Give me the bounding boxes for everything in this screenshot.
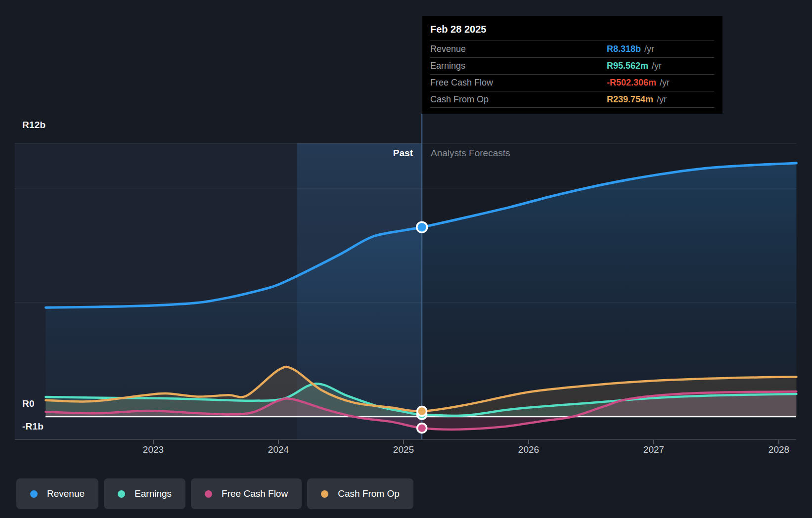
- tooltip-row-value: R239.754m/yr: [607, 94, 667, 105]
- tooltip-row-value: R95.562m/yr: [607, 61, 662, 71]
- x-axis-label: 2025: [374, 444, 433, 456]
- tooltip-row-unit: /yr: [652, 61, 662, 71]
- y-axis-label: R12b: [22, 119, 45, 131]
- cash-from-op-marker: [417, 406, 427, 416]
- legend-item-earnings[interactable]: Earnings: [104, 478, 185, 509]
- legend-item-cash-from-op[interactable]: Cash From Op: [307, 478, 413, 509]
- free-cash-flow-marker: [417, 424, 427, 433]
- revenue-marker: [417, 222, 427, 232]
- x-axis-label: 2024: [249, 444, 308, 456]
- chart-tooltip: Feb 28 2025 RevenueR8.318b/yrEarningsR95…: [422, 16, 722, 114]
- legend-color-dot: [321, 490, 328, 498]
- x-axis-label: 2026: [499, 444, 558, 456]
- tooltip-row: Cash From OpR239.754m/yr: [430, 91, 714, 108]
- tooltip-row: EarningsR95.562m/yr: [430, 57, 714, 74]
- legend-color-dot: [30, 490, 38, 498]
- x-axis-label: 2028: [749, 444, 809, 456]
- tooltip-row: Free Cash Flow-R502.306m/yr: [430, 74, 714, 91]
- analysts-forecasts-label: Analysts Forecasts: [431, 147, 510, 159]
- chart-legend: RevenueEarningsFree Cash FlowCash From O…: [16, 478, 413, 509]
- legend-color-dot: [205, 490, 212, 498]
- tooltip-row-label: Free Cash Flow: [430, 78, 493, 88]
- x-axis-label: 2023: [124, 444, 183, 456]
- past-label: Past: [316, 147, 413, 159]
- tooltip-row-unit: /yr: [660, 78, 670, 87]
- earnings-revenue-growth-chart: Past Analysts Forecasts R12bR0-R1b 20232…: [0, 0, 812, 518]
- tooltip-row: RevenueR8.318b/yr: [430, 41, 714, 57]
- tooltip-row-value: -R502.306m/yr: [607, 78, 670, 88]
- y-axis-label: -R1b: [22, 421, 44, 432]
- tooltip-row-label: Revenue: [430, 44, 466, 54]
- tooltip-row-label: Earnings: [430, 61, 465, 71]
- tooltip-date: Feb 28 2025: [430, 16, 714, 41]
- legend-item-label: Free Cash Flow: [222, 488, 288, 499]
- legend-item-revenue[interactable]: Revenue: [16, 478, 98, 509]
- legend-item-free-cash-flow[interactable]: Free Cash Flow: [191, 478, 302, 509]
- tooltip-row-unit: /yr: [644, 44, 654, 54]
- y-axis-label: R0: [22, 398, 35, 410]
- tooltip-row-label: Cash From Op: [430, 94, 489, 105]
- legend-item-label: Revenue: [47, 488, 85, 499]
- legend-item-label: Cash From Op: [338, 488, 400, 499]
- x-axis-label: 2027: [624, 444, 683, 456]
- legend-item-label: Earnings: [135, 488, 172, 499]
- tooltip-row-value: R8.318b/yr: [607, 44, 654, 54]
- legend-color-dot: [118, 490, 125, 498]
- tooltip-row-unit: /yr: [657, 94, 667, 104]
